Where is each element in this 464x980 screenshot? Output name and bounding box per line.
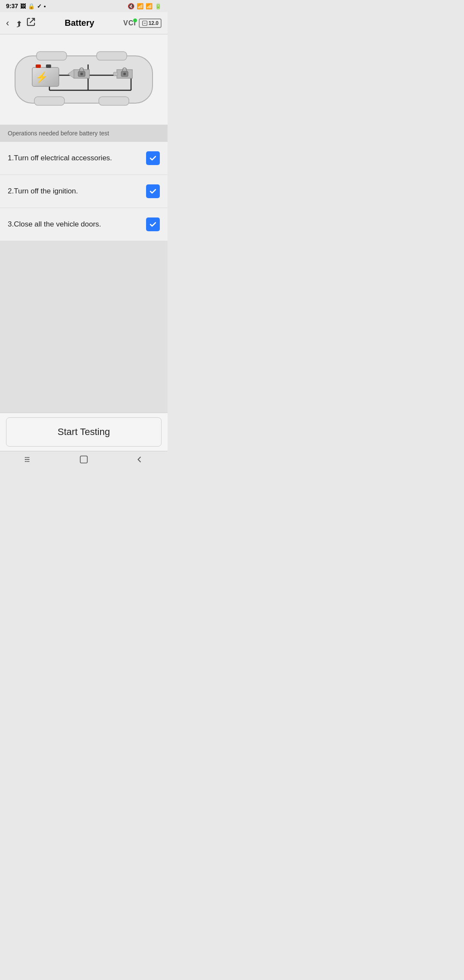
mute-icon: 🔇 bbox=[128, 3, 134, 9]
back-nav-button[interactable] bbox=[126, 452, 153, 469]
nav-left: ‹ ⮭ bbox=[6, 17, 36, 29]
operations-header: Operations needed before battery test bbox=[0, 125, 168, 142]
checklist-item-1: 1.Turn off electrical accessories. bbox=[0, 142, 168, 175]
svg-rect-6 bbox=[34, 97, 64, 105]
battery-icon: 🔋 bbox=[155, 3, 162, 9]
home-button[interactable] bbox=[70, 452, 97, 469]
version-label: 12.0 bbox=[149, 20, 159, 26]
checkbox-2[interactable] bbox=[146, 184, 160, 198]
checklist-item-3: 3.Close all the vehicle doors. bbox=[0, 208, 168, 241]
svg-rect-21 bbox=[113, 72, 118, 76]
svg-text:⚡: ⚡ bbox=[35, 71, 48, 83]
checklist-label-2: 2.Turn off the ignition. bbox=[8, 187, 146, 196]
svg-rect-15 bbox=[36, 64, 41, 68]
status-bar: 9:37 🖼 🔒 ✓ • 🔇 📶 📶 🔋 bbox=[0, 0, 168, 12]
car-diagram: ⚡ bbox=[0, 34, 168, 125]
checklist: 1.Turn off electrical accessories. 2.Tur… bbox=[0, 142, 168, 241]
checkbox-3[interactable] bbox=[146, 217, 160, 231]
svg-rect-5 bbox=[97, 52, 127, 60]
svg-rect-4 bbox=[37, 52, 67, 60]
page-title: Battery bbox=[36, 18, 123, 28]
svg-rect-7 bbox=[99, 97, 129, 105]
svg-point-23 bbox=[123, 73, 126, 75]
car-illustration: ⚡ bbox=[11, 43, 157, 116]
nav-bar: ‹ ⮭ Battery VCI 12.0 bbox=[0, 12, 168, 34]
menu-button[interactable] bbox=[15, 452, 41, 469]
wifi-icon: 📶 bbox=[137, 3, 143, 9]
status-time: 9:37 bbox=[6, 3, 18, 9]
checklist-item-2: 2.Turn off the ignition. bbox=[0, 175, 168, 208]
checkbox-1[interactable] bbox=[146, 151, 160, 165]
dot-icon: • bbox=[44, 3, 46, 9]
start-button-wrapper: Start Testing bbox=[0, 413, 168, 451]
content-area bbox=[0, 241, 168, 413]
checklist-label-1: 1.Turn off electrical accessories. bbox=[8, 154, 146, 162]
version-badge: 12.0 bbox=[139, 18, 162, 28]
export-button[interactable]: ⮭ bbox=[15, 17, 36, 29]
vci-connected-dot bbox=[133, 18, 137, 22]
photo-icon: 🖼 bbox=[20, 3, 26, 9]
svg-rect-33 bbox=[80, 456, 88, 463]
nav-right: VCI 12.0 bbox=[123, 18, 162, 28]
signal-icon: 📶 bbox=[146, 3, 153, 9]
svg-rect-16 bbox=[46, 64, 51, 68]
svg-point-20 bbox=[80, 73, 83, 75]
back-button[interactable]: ‹ bbox=[6, 18, 9, 29]
check-icon: ✓ bbox=[37, 3, 42, 9]
lock-icon: 🔒 bbox=[28, 3, 35, 9]
checklist-label-3: 3.Close all the vehicle doors. bbox=[8, 220, 146, 229]
vci-badge: VCI bbox=[123, 19, 136, 27]
status-left: 9:37 🖼 🔒 ✓ • bbox=[6, 3, 46, 9]
svg-line-0 bbox=[30, 18, 34, 23]
bottom-nav bbox=[0, 451, 168, 470]
status-right: 🔇 📶 📶 🔋 bbox=[128, 3, 162, 9]
start-testing-button[interactable]: Start Testing bbox=[6, 417, 162, 447]
